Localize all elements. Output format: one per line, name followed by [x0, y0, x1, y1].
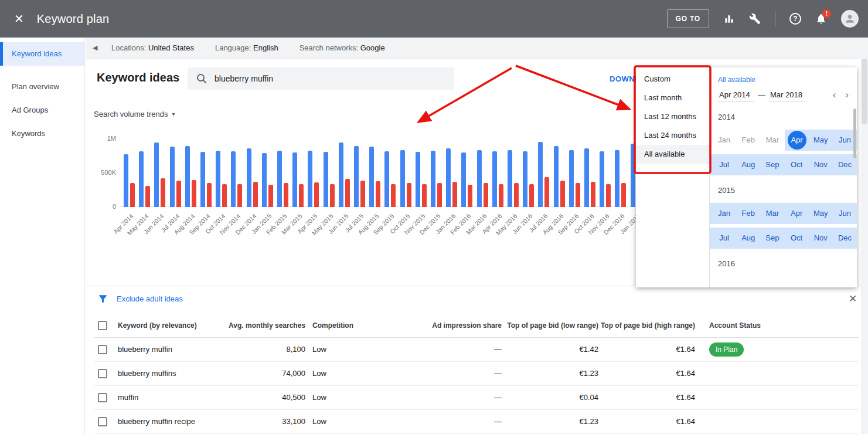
settings-item-label: Language: [215, 43, 253, 52]
cell-top-bid-high: €1.64 [598, 337, 695, 361]
go-to-button[interactable]: GO TO [667, 9, 709, 28]
next-month-icon[interactable]: › [845, 90, 849, 100]
calendar-month-2015-nov[interactable]: Nov [809, 228, 833, 249]
keyword-planner-app: ✕ Keyword plan GO TO ? ! Keyword ideasPl… [0, 0, 868, 434]
calendar-month-2014-jan[interactable]: Jan [712, 130, 736, 151]
start-date-field[interactable]: Apr 2014 [718, 90, 754, 102]
page-scrollbar[interactable] [861, 38, 868, 434]
chart-bar-searches-low [345, 179, 350, 207]
menu-item-custom[interactable]: Custom [636, 70, 709, 89]
chart-bar-searches-low [576, 183, 580, 207]
chart-bar-searches-low [192, 180, 196, 207]
exclude-adult-ideas-link[interactable]: Exclude adult ideas [117, 294, 183, 303]
calendar-month-2014-sep[interactable]: Sep [760, 154, 784, 175]
row-checkbox-cell [94, 337, 118, 361]
dismiss-icon[interactable]: ✕ [849, 293, 857, 305]
calendar-month-2015-oct[interactable]: Oct [785, 228, 809, 249]
calendar-month-2014-aug[interactable]: Aug [736, 154, 760, 175]
column-header-ad-impression-share[interactable]: Ad impression share [411, 314, 502, 337]
cell-ad-impression-share: — [411, 409, 502, 433]
chart-bar-searches-high [139, 151, 144, 207]
chart-bar-searches-high [416, 152, 420, 207]
calendar-month-2015-jun[interactable]: Jun [833, 203, 857, 224]
close-icon[interactable]: ✕ [14, 13, 24, 25]
sidebar-item-plan-overview[interactable]: Plan overview [0, 75, 84, 99]
table-row[interactable]: blueberry muffin recipe33,100Low—€1.23€1… [94, 409, 859, 433]
chart-bar-searches-low [468, 185, 472, 207]
chart-bar-searches-high [431, 151, 435, 207]
calendar-month-2015-feb[interactable]: Feb [736, 203, 760, 224]
calendar-month-2015-aug[interactable]: Aug [736, 228, 760, 249]
settings-item-search-networks[interactable]: Search networks: Google [299, 43, 385, 52]
search-volume-trends-dropdown[interactable]: Search volume trends ▾ [94, 110, 175, 118]
chart-bar-searches-low [130, 183, 135, 207]
column-header-top-of-page-bid-high-range[interactable]: Top of page bid (high range) [598, 314, 695, 337]
calendar-month-2015-sep[interactable]: Sep [760, 228, 784, 249]
preset-all-available-link[interactable]: All available [718, 76, 857, 84]
chart-bar-searches-high [461, 152, 466, 207]
header-checkbox[interactable] [98, 321, 107, 330]
end-date-field[interactable]: Mar 2018 [769, 90, 805, 102]
table-row[interactable]: muffin40,500Low—€0.04€1.64 [94, 385, 859, 409]
chart-bar-searches-high [615, 150, 619, 207]
row-checkbox[interactable] [98, 393, 107, 402]
column-header-avg-monthly-searches[interactable]: Avg. monthly searches [217, 314, 305, 337]
settings-item-locations[interactable]: Locations: United States [111, 43, 194, 52]
calendar-month-2015-apr[interactable]: Apr [785, 203, 809, 224]
calendar-scrollbar[interactable] [853, 108, 856, 158]
calendar-month-2014-oct[interactable]: Oct [785, 154, 809, 175]
calendar-month-2014-may[interactable]: May [809, 130, 833, 151]
prev-month-icon[interactable]: ‹ [833, 90, 836, 100]
column-header-account-status[interactable]: Account Status [695, 314, 859, 337]
table-row[interactable]: blueberry muffins74,000Low—€1.23€1.64 [94, 361, 859, 385]
chart-bar-searches-low [376, 181, 380, 207]
chart-bar-searches-low [422, 184, 427, 207]
menu-item-last-24-months[interactable]: Last 24 months [636, 126, 709, 145]
notifications-bell-icon[interactable]: ! [815, 13, 827, 25]
calendar-month-2014-nov[interactable]: Nov [809, 154, 833, 175]
chart-bar-searches-high [247, 148, 251, 207]
row-checkbox[interactable] [98, 369, 107, 378]
calendar-month-2015-dec[interactable]: Dec [833, 228, 857, 249]
calendar-month-2014-mar[interactable]: Mar [760, 130, 784, 151]
calendar-month-2014-apr[interactable]: Apr [785, 130, 809, 151]
settings-item-value: United States [148, 43, 194, 52]
calendar-month-2015-mar[interactable]: Mar [760, 203, 784, 224]
column-header-top-of-page-bid-low-range[interactable]: Top of page bid (low range) [502, 314, 598, 337]
keyword-search-box[interactable] [188, 67, 454, 90]
collapse-panel-icon[interactable]: ◀ [93, 44, 105, 52]
reports-chart-icon[interactable] [723, 13, 735, 25]
filter-funnel-icon[interactable] [97, 293, 108, 304]
notification-badge: ! [822, 9, 831, 18]
chart-bar-searches-high [216, 151, 220, 207]
calendar-month-2014-feb[interactable]: Feb [736, 130, 760, 151]
column-header-keyword-by-relevance[interactable]: Keyword (by relevance) [118, 314, 217, 337]
menu-item-last-12-months[interactable]: Last 12 months [636, 107, 709, 126]
cell-account-status [695, 409, 859, 433]
calendar-month-2015-may[interactable]: May [809, 203, 833, 224]
table-row[interactable]: blueberry muffin8,100Low—€1.42€1.64In Pl… [94, 337, 859, 361]
row-checkbox[interactable] [98, 417, 107, 426]
calendar-month-2015-jan[interactable]: Jan [712, 203, 736, 224]
sidebar-item-keywords[interactable]: Keywords [0, 122, 84, 145]
calendar-month-2015-jul[interactable]: Jul [712, 228, 736, 249]
menu-item-last-month[interactable]: Last month [636, 89, 709, 107]
column-header-competition[interactable]: Competition [305, 314, 411, 337]
chart-bar-searches-high [200, 152, 205, 207]
sidebar-item-keyword-ideas[interactable]: Keyword ideas [0, 42, 84, 66]
chart-bar-searches-low [222, 184, 227, 207]
account-avatar[interactable] [841, 10, 859, 28]
keyword-search-input[interactable] [215, 74, 437, 83]
sidebar-item-ad-groups[interactable]: Ad Groups [0, 99, 84, 122]
settings-item-language[interactable]: Language: English [215, 43, 278, 52]
help-icon[interactable]: ? [789, 13, 801, 25]
chart-bar-searches-high [369, 147, 374, 207]
calendar-month-2014-jul[interactable]: Jul [712, 154, 736, 175]
chart-bar-searches-low [161, 178, 165, 207]
chart-bar-searches-low [314, 182, 319, 207]
page-scrollbar-thumb[interactable] [862, 59, 867, 124]
menu-item-all-available[interactable]: All available [636, 145, 709, 164]
tools-wrench-icon[interactable] [749, 13, 761, 25]
row-checkbox[interactable] [98, 345, 107, 354]
chart-bar-searches-high [584, 148, 589, 207]
